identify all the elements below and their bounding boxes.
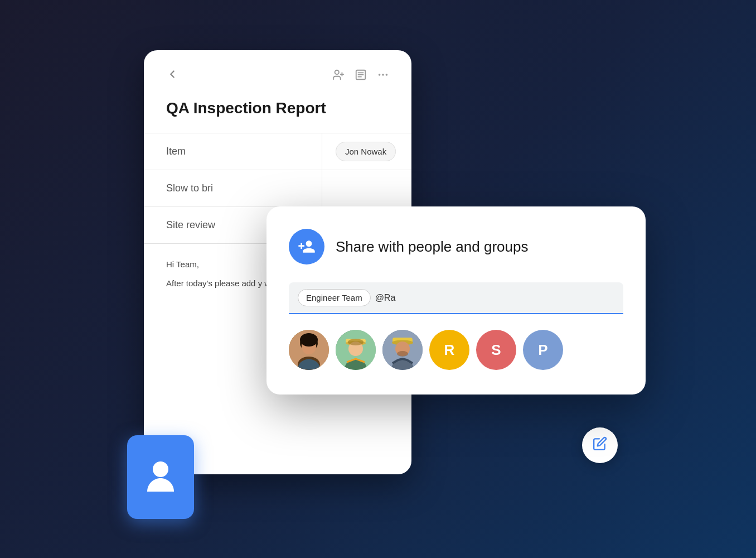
assignee-cell-2	[322, 180, 411, 198]
card-toolbar	[144, 68, 411, 84]
edit-icon	[593, 436, 607, 454]
table-row: Item Jon Nowak	[144, 133, 411, 170]
avatars-row: R S P	[289, 330, 623, 370]
back-button[interactable]	[166, 68, 178, 84]
avatar-s[interactable]: S	[476, 330, 516, 370]
slow-bri-cell: Slow to bri	[144, 170, 322, 206]
share-header: Share with people and groups	[289, 229, 623, 264]
avatar-3[interactable]	[382, 330, 423, 370]
svg-point-7	[379, 74, 381, 76]
share-input-container[interactable]: Engineer Team	[289, 282, 623, 314]
assignee-badge: Jon Nowak	[336, 142, 396, 161]
share-dialog-title: Share with people and groups	[336, 238, 528, 256]
svg-point-8	[382, 74, 384, 76]
share-icon-circle	[289, 229, 324, 264]
avatar-r[interactable]: R	[429, 330, 469, 370]
contacts-icon	[145, 459, 176, 495]
more-options-icon[interactable]	[377, 69, 389, 84]
share-dialog: Share with people and groups Engineer Te…	[266, 206, 646, 395]
avatar-2[interactable]	[336, 330, 376, 370]
table-row: Slow to bri	[144, 170, 411, 207]
svg-point-0	[335, 70, 339, 74]
contacts-card[interactable]	[127, 435, 194, 519]
engineer-team-tag[interactable]: Engineer Team	[298, 289, 371, 306]
svg-point-13	[300, 333, 318, 347]
report-title: QA Inspection Report	[144, 99, 411, 117]
svg-point-24	[397, 351, 408, 357]
share-search-input[interactable]	[375, 293, 614, 303]
item-cell: Item	[144, 133, 322, 170]
svg-point-19	[348, 339, 364, 345]
assignee-cell: Jon Nowak	[322, 138, 411, 166]
avatar-1[interactable]	[289, 330, 329, 370]
avatar-p[interactable]: P	[523, 330, 563, 370]
edit-fab-button[interactable]	[582, 427, 618, 463]
add-person-icon[interactable]	[332, 69, 345, 84]
svg-point-9	[386, 74, 388, 76]
notes-icon[interactable]	[355, 69, 367, 84]
svg-point-25	[153, 461, 168, 477]
